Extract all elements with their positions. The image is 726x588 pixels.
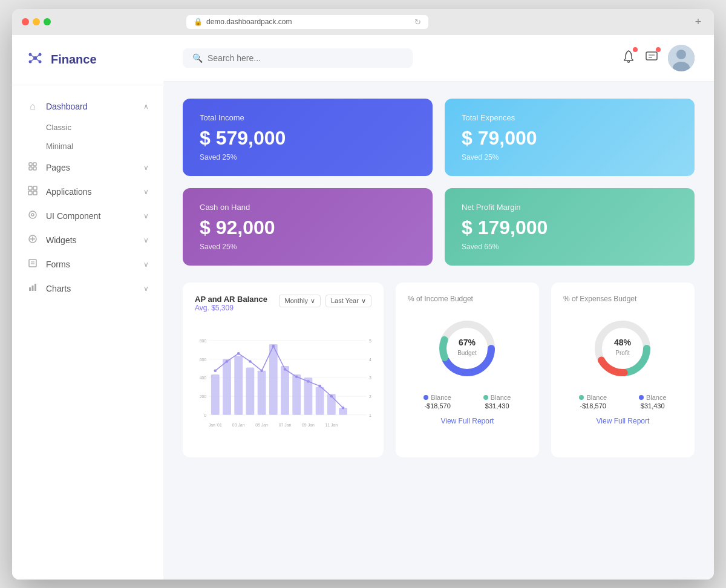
svg-rect-14 bbox=[33, 186, 37, 190]
svg-text:600: 600 bbox=[200, 357, 207, 361]
svg-line-6 bbox=[35, 54, 40, 58]
stat-cards: Total Income $ 579,000 Saved 25% Total E… bbox=[183, 99, 695, 266]
home-icon: ⌂ bbox=[27, 101, 39, 112]
svg-text:40: 40 bbox=[369, 357, 371, 361]
forms-icon bbox=[27, 258, 39, 270]
legend-dot-teal2 bbox=[579, 395, 584, 400]
logo-icon bbox=[27, 50, 44, 70]
refresh-icon[interactable]: ↻ bbox=[414, 18, 421, 27]
svg-rect-12 bbox=[33, 167, 36, 170]
notification-button[interactable] bbox=[622, 50, 635, 66]
svg-point-67 bbox=[318, 384, 321, 387]
svg-rect-55 bbox=[316, 387, 324, 414]
svg-text:Budget: Budget bbox=[458, 350, 477, 356]
close-button[interactable] bbox=[22, 18, 29, 25]
svg-text:Profit: Profit bbox=[616, 350, 630, 356]
sidebar-item-pages[interactable]: Pages ∨ bbox=[12, 155, 163, 180]
chevron-down-icon: ∨ bbox=[143, 163, 149, 172]
main-content: 🔍 bbox=[163, 35, 714, 580]
svg-rect-15 bbox=[28, 191, 32, 195]
sidebar-sub-classic[interactable]: Classic bbox=[12, 118, 163, 137]
search-icon: 🔍 bbox=[192, 53, 203, 63]
legend-item-3: Blance -$18,570 bbox=[579, 394, 607, 410]
expenses-budget-card: % of Expenses Budget 48% Profit bbox=[551, 283, 695, 457]
stat-card-net-profit: Net Profit Margin $ 179,000 Saved 65% bbox=[445, 188, 695, 266]
search-input[interactable] bbox=[208, 53, 403, 63]
stat-card-total-expences: Total Expences $ 79,000 Saved 25% bbox=[445, 99, 695, 176]
donut1-svg: 67% Budget bbox=[434, 315, 500, 382]
svg-text:10: 10 bbox=[369, 413, 371, 417]
url-text: demo.dashboardpack.com bbox=[206, 18, 292, 26]
monthly-filter-button[interactable]: Monthly ∨ bbox=[279, 295, 321, 307]
donut1-title: % of Income Budget bbox=[408, 295, 527, 303]
sidebar-item-applications[interactable]: Applications ∨ bbox=[12, 180, 163, 204]
chevron-down-icon: ∨ bbox=[361, 297, 366, 305]
logo-area: Finance bbox=[12, 35, 163, 85]
sidebar-item-charts[interactable]: Charts ∨ bbox=[12, 276, 163, 301]
svg-rect-23 bbox=[29, 287, 31, 291]
avatar[interactable] bbox=[668, 45, 695, 71]
svg-rect-50 bbox=[258, 370, 266, 414]
svg-text:Jan '01: Jan '01 bbox=[209, 422, 222, 426]
sidebar-sub-minimal[interactable]: Minimal bbox=[12, 137, 163, 155]
stat-card-cash-on-hand: Cash on Hand $ 92,000 Saved 25% bbox=[183, 188, 433, 266]
sidebar-item-dashboard[interactable]: ⌂ Dashboard ∧ bbox=[12, 95, 163, 118]
lock-icon: 🔒 bbox=[194, 18, 203, 26]
svg-text:50: 50 bbox=[369, 338, 371, 342]
svg-point-68 bbox=[330, 394, 333, 397]
svg-rect-47 bbox=[223, 359, 231, 414]
view-full-report-2[interactable]: View Full Report bbox=[563, 417, 682, 425]
legend-item-4: Blance $31,430 bbox=[639, 394, 667, 410]
search-bar[interactable]: 🔍 bbox=[183, 48, 413, 68]
bar-chart-card: AP and AR Balance Avg. $5,309 Monthly ∨ … bbox=[183, 283, 384, 457]
last-year-filter-button[interactable]: Last Year ∨ bbox=[325, 295, 371, 307]
svg-rect-16 bbox=[33, 191, 37, 195]
svg-rect-51 bbox=[269, 344, 278, 415]
message-badge bbox=[656, 47, 661, 52]
ui-component-icon bbox=[27, 210, 39, 222]
svg-text:20: 20 bbox=[369, 394, 371, 399]
svg-rect-10 bbox=[33, 163, 36, 166]
topbar: 🔍 bbox=[163, 35, 714, 82]
view-full-report-1[interactable]: View Full Report bbox=[408, 417, 527, 425]
chart-filters: Monthly ∨ Last Year ∨ bbox=[279, 295, 371, 307]
minimize-button[interactable] bbox=[33, 18, 40, 25]
legend-dot-blue2 bbox=[639, 395, 644, 400]
maximize-button[interactable] bbox=[44, 18, 51, 25]
address-bar[interactable]: 🔒 demo.dashboardpack.com ↻ bbox=[186, 15, 428, 29]
svg-text:07 Jan: 07 Jan bbox=[279, 422, 292, 426]
sidebar-item-widgets[interactable]: Widgets ∨ bbox=[12, 228, 163, 252]
sidebar-item-forms[interactable]: Forms ∨ bbox=[12, 252, 163, 276]
income-budget-card: % of Income Budget 67% Budget bbox=[396, 283, 539, 457]
sidebar: Finance ⌂ Dashboard ∧ Classic Minimal bbox=[12, 35, 163, 580]
svg-point-17 bbox=[29, 211, 36, 218]
svg-rect-20 bbox=[29, 260, 36, 267]
svg-rect-49 bbox=[246, 367, 254, 414]
svg-text:03 Jan: 03 Jan bbox=[232, 422, 245, 426]
logo-text: Finance bbox=[51, 53, 97, 67]
applications-icon bbox=[27, 186, 39, 198]
svg-rect-24 bbox=[32, 286, 34, 291]
message-button[interactable] bbox=[645, 50, 658, 66]
sidebar-item-ui-component[interactable]: UI Component ∨ bbox=[12, 204, 163, 228]
svg-rect-52 bbox=[281, 366, 289, 415]
donut1-center: 67% Budget bbox=[408, 315, 527, 382]
new-tab-button[interactable]: + bbox=[692, 16, 704, 28]
svg-point-65 bbox=[295, 375, 298, 378]
svg-point-29 bbox=[676, 50, 686, 59]
charts-section: AP and AR Balance Avg. $5,309 Monthly ∨ … bbox=[183, 283, 695, 457]
donut2-legend: Blance -$18,570 Blance $31,430 bbox=[563, 394, 682, 410]
svg-point-58 bbox=[214, 369, 217, 372]
chevron-down-icon: ∨ bbox=[143, 236, 149, 244]
svg-point-59 bbox=[226, 360, 229, 363]
legend-item-1: Blance -$18,570 bbox=[424, 394, 451, 410]
charts-icon bbox=[27, 283, 39, 295]
svg-point-64 bbox=[284, 368, 287, 371]
dashboard-body: Total Income $ 579,000 Saved 25% Total E… bbox=[163, 82, 714, 580]
svg-rect-53 bbox=[292, 374, 301, 414]
svg-text:48%: 48% bbox=[614, 338, 632, 347]
browser-window: 🔒 demo.dashboardpack.com ↻ + bbox=[12, 9, 714, 580]
app-container: Finance ⌂ Dashboard ∧ Classic Minimal bbox=[12, 35, 714, 580]
legend-item-2: Blance $31,430 bbox=[483, 394, 511, 410]
notification-badge bbox=[633, 47, 638, 52]
